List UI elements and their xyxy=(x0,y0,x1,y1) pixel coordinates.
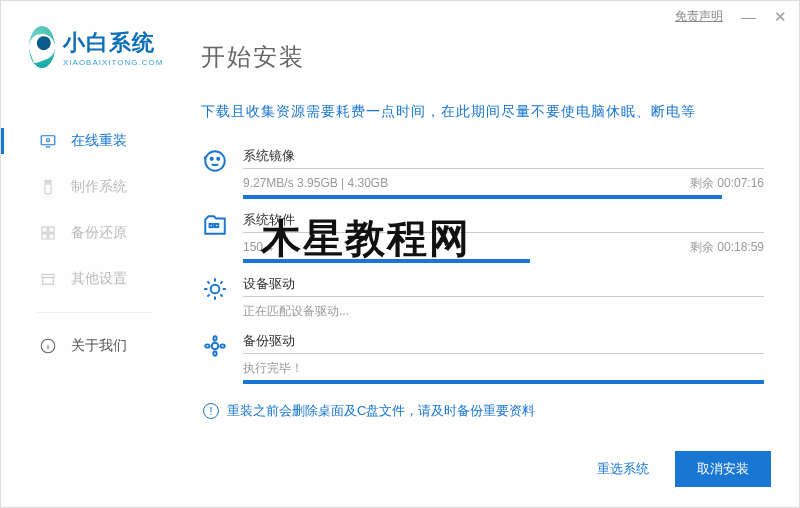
task-stats: 执行完毕！ xyxy=(243,360,303,377)
face-icon xyxy=(201,147,229,175)
minimize-button[interactable]: — xyxy=(741,9,756,24)
task-stats: 正在匹配设备驱动... xyxy=(243,303,349,320)
svg-point-12 xyxy=(211,158,213,160)
sidebar-item-other-settings[interactable]: 其他设置 xyxy=(1,256,181,302)
main-content: 开始安装 下载且收集资源需要耗费一点时间，在此期间尽量不要使电脑休眠、断电等 系… xyxy=(181,31,799,507)
task-remain: 剩余 00:18:59 xyxy=(690,239,764,256)
warning-text: 重装之前会删除桌面及C盘文件，请及时备份重要资料 xyxy=(227,402,535,420)
sidebar-item-backup-restore[interactable]: 备份还原 xyxy=(1,210,181,256)
disclaimer-link[interactable]: 免责声明 xyxy=(675,8,723,25)
flower-gear-icon xyxy=(201,332,229,360)
task-device-driver: 设备驱动 正在匹配设备驱动... xyxy=(201,267,764,324)
warning-row: ! 重装之前会删除桌面及C盘文件，请及时备份重要资料 xyxy=(203,402,764,420)
task-title: 系统软件 xyxy=(243,211,764,229)
grid-icon xyxy=(39,224,57,242)
progress-bar xyxy=(243,259,530,263)
svg-point-13 xyxy=(217,158,219,160)
sidebar-item-label: 备份还原 xyxy=(71,224,127,242)
menu-separator xyxy=(37,312,151,313)
svg-rect-14 xyxy=(210,224,213,227)
task-system-image: 系统镜像 9.27MB/s 3.95GB | 4.30GB 剩余 00:07:1… xyxy=(201,139,764,203)
usb-icon xyxy=(39,178,57,196)
footer-actions: 重选系统 取消安装 xyxy=(585,451,771,487)
svg-rect-6 xyxy=(42,234,47,239)
folder-grid-icon xyxy=(201,211,229,239)
cancel-install-button[interactable]: 取消安装 xyxy=(675,451,771,487)
sidebar-item-about[interactable]: 关于我们 xyxy=(1,323,181,369)
gear-icon xyxy=(201,275,229,303)
svg-point-11 xyxy=(205,151,225,171)
logo-title: 小白系统 xyxy=(63,28,163,58)
progress-bar xyxy=(243,195,722,199)
sidebar-item-label: 制作系统 xyxy=(71,178,127,196)
task-title: 备份驱动 xyxy=(243,332,764,350)
tasks-list: 系统镜像 9.27MB/s 3.95GB | 4.30GB 剩余 00:07:1… xyxy=(201,139,764,388)
page-note: 下载且收集资源需要耗费一点时间，在此期间尽量不要使电脑休眠、断电等 xyxy=(201,103,764,121)
task-stats: 9.27MB/s 3.95GB | 4.30GB xyxy=(243,176,388,190)
info-icon xyxy=(39,337,57,355)
close-button[interactable]: ✕ xyxy=(774,9,787,24)
monitor-icon xyxy=(39,132,57,150)
svg-rect-15 xyxy=(215,224,218,227)
task-stats: 150.4 xyxy=(243,240,273,254)
svg-rect-9 xyxy=(43,278,54,285)
task-title: 系统镜像 xyxy=(243,147,764,165)
progress-bar xyxy=(243,380,764,384)
sidebar-item-label: 在线重装 xyxy=(71,132,127,150)
sidebar-item-online-reinstall[interactable]: 在线重装 xyxy=(1,118,181,164)
reselect-system-button[interactable]: 重选系统 xyxy=(585,452,661,486)
svg-point-16 xyxy=(211,285,220,294)
sidebar-item-label: 其他设置 xyxy=(71,270,127,288)
sidebar-item-make-system[interactable]: 制作系统 xyxy=(1,164,181,210)
sidebar-item-label: 关于我们 xyxy=(71,337,127,355)
task-system-software: 系统软件 150.4 剩余 00:18:59 xyxy=(201,203,764,267)
sidebar: 小白系统 XIAOBAIXITONG.COM 在线重装 制作系统 备份还原 xyxy=(1,31,181,507)
svg-rect-3 xyxy=(47,182,50,184)
svg-point-17 xyxy=(212,343,219,350)
svg-rect-0 xyxy=(41,136,55,145)
svg-rect-5 xyxy=(49,227,54,232)
logo-subtitle: XIAOBAIXITONG.COM xyxy=(63,58,163,67)
task-title: 设备驱动 xyxy=(243,275,764,293)
task-remain: 剩余 00:07:16 xyxy=(690,175,764,192)
task-backup-driver: 备份驱动 执行完毕！ xyxy=(201,324,764,388)
archive-icon xyxy=(39,270,57,288)
sidebar-menu: 在线重装 制作系统 备份还原 其他设置 关于我们 xyxy=(1,118,181,369)
warning-icon: ! xyxy=(203,403,219,419)
svg-rect-7 xyxy=(49,234,54,239)
page-title: 开始安装 xyxy=(201,41,764,73)
svg-point-1 xyxy=(47,139,50,142)
app-logo: 小白系统 XIAOBAIXITONG.COM xyxy=(1,21,181,88)
app-window: 免责声明 — ✕ 小白系统 XIAOBAIXITONG.COM 在线重装 制作系… xyxy=(0,0,800,508)
logo-icon xyxy=(29,26,55,68)
svg-rect-4 xyxy=(42,227,47,232)
